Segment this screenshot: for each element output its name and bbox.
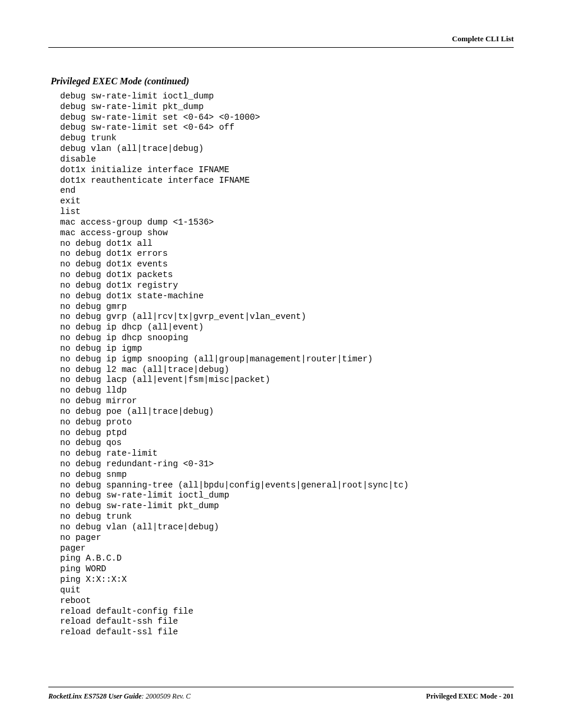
- cli-command-list: debug sw-rate-limit ioctl_dump debug sw-…: [60, 91, 514, 638]
- section-title: Privileged EXEC Mode (continued): [51, 76, 514, 87]
- page-header: Complete CLI List: [48, 34, 514, 48]
- page-footer: RocketLinx ES7528 User Guide: 2000509 Re…: [48, 687, 514, 701]
- footer-left: RocketLinx ES7528 User Guide: 2000509 Re…: [48, 692, 190, 701]
- footer-right: Privileged EXEC Mode - 201: [426, 692, 514, 701]
- footer-revision: : 2000509 Rev. C: [141, 692, 190, 700]
- footer-guide-name: RocketLinx ES7528 User Guide: [48, 692, 141, 700]
- header-title: Complete CLI List: [452, 34, 514, 43]
- document-page: Complete CLI List Privileged EXEC Mode (…: [0, 0, 562, 638]
